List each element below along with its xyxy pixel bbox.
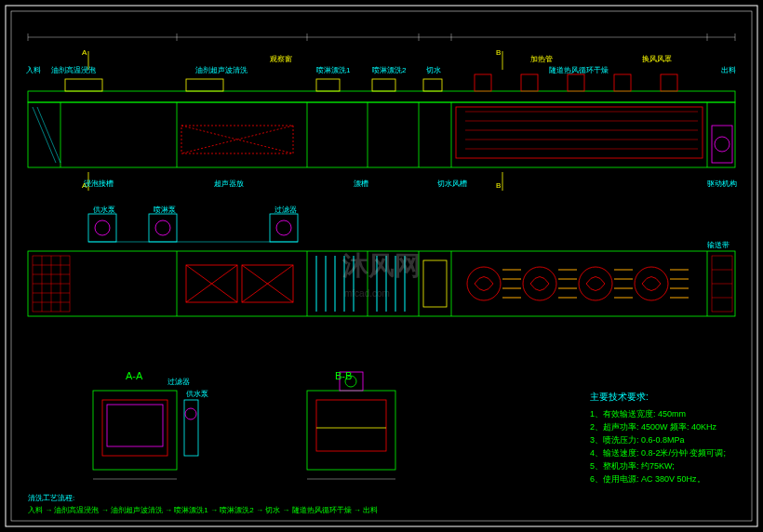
svg-point-28: [715, 137, 730, 152]
svg-rect-102: [88, 214, 116, 242]
label-drive: 驱动机构: [707, 179, 737, 189]
svg-rect-12: [186, 79, 223, 91]
spec-title: 主要技术要求:: [590, 391, 726, 404]
spec-item: 2、超声功率: 4500W 频率: 40KHz: [590, 420, 726, 433]
label-heating: 加热管: [530, 54, 553, 64]
svg-rect-18: [568, 74, 584, 91]
svg-point-113: [185, 408, 196, 419]
spec-item: 5、整机功率: 约75KW;: [590, 459, 726, 472]
spec-item: 3、喷洗压力: 0.6-0.8MPa: [590, 433, 726, 446]
label-pump2: 喷淋泵: [154, 205, 176, 215]
label-window: 观察窗: [270, 54, 292, 64]
label-filter-top: 过滤器: [274, 205, 297, 215]
svg-point-85: [635, 267, 668, 300]
svg-rect-17: [521, 74, 538, 91]
svg-rect-81: [423, 260, 447, 307]
svg-rect-15: [423, 79, 442, 91]
label-us-box: 超声器放: [214, 179, 244, 189]
svg-rect-110: [102, 400, 167, 456]
section-bb-title: B-B: [335, 370, 352, 381]
label-rinse1: 喷淋漂洗1: [316, 65, 350, 75]
section-b-top: B: [496, 48, 501, 57]
svg-point-84: [579, 267, 612, 300]
spec-item: 6、使用电源: AC 380V 50Hz。: [590, 472, 726, 485]
svg-line-33: [37, 107, 60, 163]
label-filter-aa: 过滤器: [167, 377, 190, 387]
svg-rect-109: [93, 391, 177, 470]
svg-rect-46: [28, 251, 735, 316]
section-aa: [93, 391, 198, 479]
svg-rect-10: [28, 91, 735, 102]
process-block: 清洗工艺流程: 入料 → 油剂高温浸泡 → 油剂超声波清洗 → 喷淋漂洗1 → …: [28, 493, 378, 515]
label-outlet: 出料: [721, 65, 736, 75]
svg-rect-11: [65, 79, 102, 91]
section-a-top: A: [82, 48, 87, 57]
spec-block: 主要技术要求: 1、有效输送宽度: 450mm 2、超声功率: 4500W 频率…: [590, 391, 726, 485]
svg-point-83: [523, 267, 556, 300]
label-ultrasonic: 油剂超声波清洗: [195, 65, 248, 75]
label-hot-soak: 油剂高温浸泡: [51, 65, 96, 75]
label-aircut: 切水: [426, 65, 441, 75]
svg-rect-116: [316, 400, 386, 451]
svg-rect-14: [372, 79, 395, 91]
svg-point-82: [467, 267, 501, 300]
svg-rect-106: [270, 214, 298, 242]
section-aa-title: A-A: [126, 370, 142, 381]
plan-view: [28, 214, 735, 316]
label-pump-aa: 供水泵: [186, 389, 208, 399]
label-soak-slot: 浸泡接槽: [84, 179, 114, 189]
svg-rect-104: [149, 214, 177, 242]
svg-rect-115: [307, 391, 395, 470]
process-flow: 入料 → 油剂高温浸泡 → 油剂超声波清洗 → 喷淋漂洗1 → 喷淋漂洗2 → …: [28, 505, 378, 515]
label-conveyor: 输送带: [707, 240, 730, 250]
svg-point-107: [276, 220, 291, 235]
svg-point-103: [95, 220, 110, 235]
svg-rect-111: [107, 405, 163, 446]
svg-rect-2: [28, 102, 735, 167]
spec-item: 1、有效输送宽度: 450mm: [590, 407, 726, 420]
front-elevation: [28, 33, 735, 191]
svg-rect-21: [456, 107, 703, 158]
spec-item: 4、输送速度: 0.8-2米/分钟 变频可调;: [590, 446, 726, 459]
label-tunnel: 隧道热风循环干燥: [549, 65, 609, 75]
label-pump1: 供水泵: [93, 205, 115, 215]
label-rinse-tank: 漂槽: [354, 179, 368, 189]
svg-point-105: [155, 220, 170, 235]
svg-rect-13: [316, 79, 340, 91]
svg-rect-20: [661, 74, 677, 91]
label-rinse2: 喷淋漂洗2: [372, 65, 406, 75]
label-inlet: 入料: [26, 65, 41, 75]
label-fanhood: 换风风罩: [642, 54, 672, 64]
svg-rect-19: [614, 74, 631, 91]
section-bb: [307, 372, 395, 479]
section-b-bot: B: [496, 181, 501, 190]
svg-line-32: [33, 107, 56, 163]
svg-rect-16: [475, 74, 491, 91]
label-air-knife: 切水风槽: [437, 179, 467, 189]
process-title: 清洗工艺流程:: [28, 493, 378, 503]
